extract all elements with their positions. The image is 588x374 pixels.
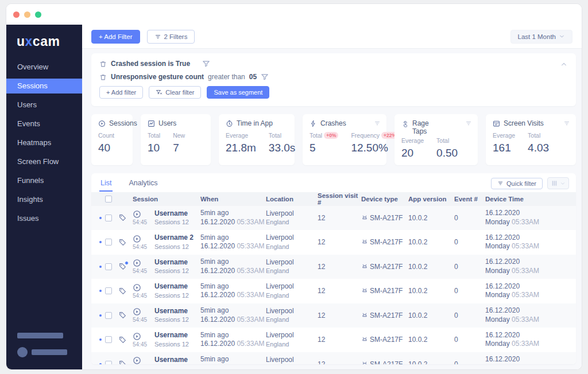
row-checkbox[interactable] <box>105 263 112 270</box>
tag-icon[interactable] <box>119 263 127 270</box>
row-when-date: 16.12.2020 <box>200 218 235 226</box>
row-device-time-date: 16.12.2020 <box>485 233 576 243</box>
tag-icon[interactable] <box>119 239 127 246</box>
sidebar-item[interactable]: Events <box>6 116 82 131</box>
add-filter-button[interactable]: + Add Filter <box>91 30 140 44</box>
date-range-dropdown[interactable]: Last 1 Month <box>510 30 572 44</box>
row-username[interactable]: Username <box>154 356 200 364</box>
tag-icon[interactable] <box>119 287 127 295</box>
column-header[interactable]: Session visit # <box>318 192 361 206</box>
panel-add-filter-button[interactable]: + Add filter <box>99 86 143 99</box>
tag-icon[interactable] <box>119 311 127 319</box>
row-username[interactable]: Username <box>154 209 200 219</box>
row-session-visit: 12 <box>318 360 361 364</box>
tag-badge <box>125 261 129 265</box>
row-checkbox[interactable] <box>105 215 112 221</box>
trash-icon[interactable] <box>99 73 107 81</box>
tag-icon[interactable] <box>119 336 127 344</box>
play-session-icon[interactable] <box>133 332 141 341</box>
clear-filter-button[interactable]: Clear filter <box>149 86 201 99</box>
row-app-version: 10.0.2 <box>408 238 454 246</box>
main-area: + Add Filter 2 Filters Last 1 Month <box>82 25 582 370</box>
tag-icon[interactable] <box>119 214 127 221</box>
card-filter-icon[interactable] <box>465 120 472 127</box>
row-username[interactable]: Username <box>154 307 200 316</box>
column-header[interactable]: Location <box>266 196 318 202</box>
sidebar-placeholder-bar <box>17 333 63 338</box>
screen-total-value: 4.03 <box>528 142 549 154</box>
play-session-icon[interactable] <box>133 259 141 267</box>
row-checkbox[interactable] <box>105 239 112 246</box>
minimize-window-button[interactable] <box>24 11 30 18</box>
row-checkbox[interactable] <box>105 312 112 319</box>
column-header[interactable]: App version <box>408 196 454 202</box>
collapse-panel-icon[interactable] <box>560 60 568 68</box>
row-checkbox[interactable] <box>105 361 112 364</box>
row-event-count: 0 <box>454 263 485 271</box>
column-header[interactable]: When <box>200 196 266 202</box>
row-device-time-date: 16.12.2020 <box>485 331 576 340</box>
row-city: Liverpool <box>266 258 318 267</box>
edit-filter-funnel-icon[interactable] <box>261 73 269 81</box>
table-tab[interactable]: Analytics <box>127 179 158 192</box>
card-filter-icon[interactable] <box>374 120 381 127</box>
session-row[interactable]: 54:45 Username Sessions 12 5min ago 16.1… <box>91 303 576 328</box>
sidebar-item[interactable]: Heatmaps <box>6 135 82 150</box>
sidebar-item[interactable]: Overview <box>6 60 82 75</box>
play-session-icon[interactable] <box>133 235 141 243</box>
screen-visits-card: Screen Visits Everage161 Total4.03 <box>486 114 576 165</box>
sidebar-item[interactable]: Insights <box>6 192 82 207</box>
row-checkbox[interactable] <box>105 336 112 343</box>
play-session-icon[interactable] <box>133 210 141 219</box>
sidebar-item[interactable]: Users <box>6 98 82 112</box>
play-session-icon[interactable] <box>133 283 141 292</box>
column-header[interactable]: Device type <box>361 196 408 202</box>
column-header[interactable]: Device Time <box>485 196 576 202</box>
sidebar-item[interactable]: Funnels <box>6 173 82 188</box>
row-when-time: 05:33AM <box>237 242 264 250</box>
filters-count-button[interactable]: 2 Filters <box>147 30 195 44</box>
screen-icon <box>493 120 500 127</box>
save-segment-button[interactable]: Save as segment <box>207 86 269 99</box>
sidebar-placeholder-bar <box>32 349 67 355</box>
session-row[interactable]: 54:45 Username Sessions 12 5min ago 16.1… <box>91 279 576 303</box>
session-row[interactable]: 54:45 Username 2 Sessions 12 5min ago 16… <box>91 230 576 255</box>
tag-icon[interactable] <box>119 360 127 364</box>
row-username[interactable]: Username <box>154 258 200 267</box>
filter-field: Crashed session is True <box>111 60 190 68</box>
column-settings-button[interactable] <box>547 177 569 189</box>
maximize-window-button[interactable] <box>35 11 41 18</box>
sidebar-item[interactable]: Sessions <box>6 79 82 94</box>
sidebar-item[interactable]: Issues <box>6 211 82 226</box>
play-session-icon[interactable] <box>133 307 141 316</box>
select-all-checkbox[interactable] <box>105 196 112 202</box>
session-row[interactable]: 54:45 Username Sessions 12 5min ago 16.1… <box>91 255 576 279</box>
session-duration: 54:45 <box>133 219 147 225</box>
row-app-version: 10.0.2 <box>408 360 454 364</box>
row-device-time-day: Monday <box>485 340 510 348</box>
close-window-button[interactable] <box>13 11 20 18</box>
row-sessions-count: Sessions 12 <box>154 315 200 324</box>
column-header[interactable]: Session <box>133 196 200 202</box>
session-row[interactable]: 54:45 Username Sessions 12 5min ago 16.1… <box>91 352 576 364</box>
row-city: Liverpool <box>266 356 318 364</box>
card-filter-icon[interactable] <box>563 120 570 127</box>
android-icon <box>361 263 368 270</box>
row-username[interactable]: Username <box>154 282 200 291</box>
play-session-icon[interactable] <box>133 356 141 364</box>
row-username[interactable]: Username 2 <box>154 233 200 243</box>
row-username[interactable]: Username <box>154 331 200 340</box>
table-tab[interactable]: List <box>99 179 113 192</box>
sidebar-item[interactable]: Screen Flow <box>6 154 82 169</box>
session-row[interactable]: 54:45 Username Sessions 12 5min ago 16.1… <box>91 328 576 352</box>
edit-filter-funnel-icon[interactable] <box>202 60 210 68</box>
row-city: Liverpool <box>266 307 318 316</box>
column-header[interactable]: Event # <box>454 196 485 202</box>
row-checkbox[interactable] <box>105 287 112 294</box>
row-when-relative: 5min ago <box>200 355 266 364</box>
trash-icon[interactable] <box>99 60 107 68</box>
row-session-visit: 12 <box>318 311 361 320</box>
session-row[interactable]: 54:45 Username Sessions 12 5min ago 16.1… <box>91 206 576 231</box>
quick-filter-button[interactable]: Quick filter <box>491 178 543 189</box>
row-session-visit: 12 <box>318 287 361 295</box>
